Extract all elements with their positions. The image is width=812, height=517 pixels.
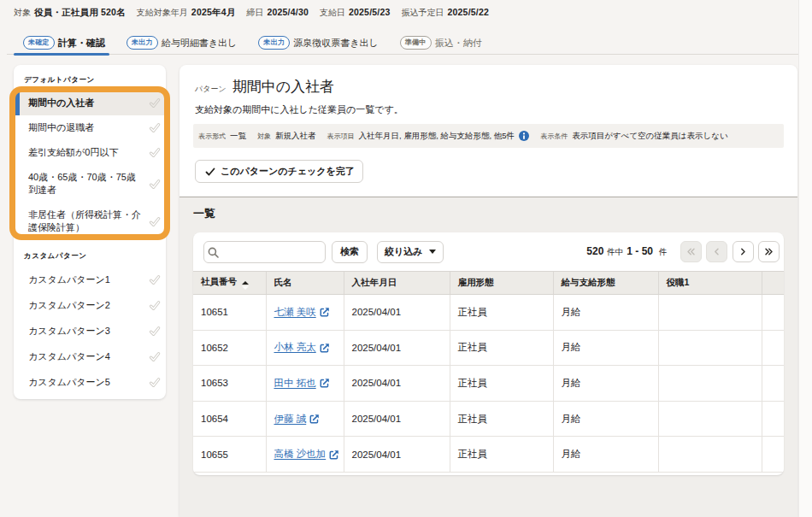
sidebar-item-差引支給額が0円以下[interactable]: 差引支給額が0円以下 [14, 140, 166, 165]
count-total: 520 [586, 245, 603, 257]
employee-link[interactable]: 田中 拓也 [274, 377, 330, 390]
custom-pattern-group-label: カスタムパターン [14, 244, 166, 267]
meta-item-label: 支給日 [320, 7, 345, 19]
tab-label: 計算・確認 [58, 37, 105, 50]
pattern-check-icon [149, 122, 161, 133]
employee-name: 伊藤 誠 [274, 413, 307, 426]
pattern-sidebar: デフォルトパターン期間中の入社者 期間中の退職者 差引支給額が0円以下 40歳・… [14, 65, 166, 399]
cell-emp-no: 10654 [193, 401, 266, 437]
column-header-雇用形態[interactable]: 雇用形態 [450, 272, 553, 295]
pattern-check-icon [149, 377, 161, 388]
cell-name: 伊藤 誠 [266, 401, 344, 437]
info-icon[interactable] [519, 131, 529, 141]
cell-extra [762, 437, 784, 473]
column-header-label: 給与支給形態 [562, 277, 615, 287]
list-section: 一覧 検索 絞り込み 520 件中 1 - 50 件 社員番号氏名入社年月日雇用… [179, 197, 797, 517]
employee-name: 七瀬 美咲 [274, 306, 316, 319]
employee-name: 小林 亮太 [274, 341, 316, 354]
complete-pattern-check-button[interactable]: このパターンのチェックを完了 [195, 160, 363, 183]
cell-extra [762, 295, 784, 331]
list-section-title: 一覧 [179, 197, 797, 221]
search-input[interactable] [203, 241, 326, 263]
cell-pay-type: 月給 [553, 366, 658, 402]
cell-pay-type: 月給 [553, 437, 658, 473]
cell-employment: 正社員 [450, 366, 553, 402]
count-total-unit: 件中 [607, 247, 623, 258]
tab-給与明細書き出し[interactable]: 未出力給与明細書き出し [117, 24, 241, 55]
table-row: 10655高橋 沙也加 2025/04/01正社員月給 [193, 437, 784, 473]
pattern-check-icon [149, 97, 161, 109]
cell-emp-no: 10652 [193, 330, 266, 366]
pattern-check-icon [149, 351, 161, 362]
employee-link[interactable]: 伊藤 誠 [274, 413, 321, 426]
meta-item: 支給対象年月2025年4月 [137, 7, 236, 19]
filter-button[interactable]: 絞り込み [377, 241, 444, 263]
pattern-meta-item: 対象新規入社者 [257, 131, 316, 142]
cell-hire-date: 2025/04/01 [344, 330, 450, 366]
pattern-meta-label: 表示条件 [540, 132, 568, 141]
cell-employment: 正社員 [450, 330, 553, 366]
external-link-icon [320, 378, 330, 388]
pattern-check-icon [149, 274, 161, 285]
next-page-button[interactable] [733, 241, 754, 262]
sidebar-item-カスタムパターン2[interactable]: カスタムパターン2 [14, 292, 166, 318]
tab-計算・確認[interactable]: 未確定計算・確認 [14, 24, 109, 55]
external-link-icon [329, 449, 339, 460]
page-scrollbar-track[interactable] [798, 0, 812, 517]
column-header-社員番号[interactable]: 社員番号 [193, 272, 266, 295]
pattern-check-icon [149, 326, 161, 337]
sidebar-item-カスタムパターン5[interactable]: カスタムパターン5 [14, 369, 166, 395]
meta-item-value: 役員・正社員用 520名 [34, 7, 126, 19]
pagination [680, 241, 780, 262]
pattern-panel: パターン 期間中の入社者 支給対象の期間中に入社した従業員の一覧です。 表示形式… [179, 65, 797, 517]
sidebar-item-カスタムパターン3[interactable]: カスタムパターン3 [14, 318, 166, 344]
column-header-入社年月日[interactable]: 入社年月日 [344, 272, 450, 295]
sidebar-item-期間中の入社者[interactable]: 期間中の入社者 [14, 91, 166, 115]
cell-extra [762, 401, 784, 437]
tab-status-badge: 未出力 [258, 36, 290, 49]
employee-link[interactable]: 七瀬 美咲 [274, 306, 330, 319]
cell-role1 [658, 366, 762, 402]
table-header-row: 社員番号氏名入社年月日雇用形態給与支給形態役職1 [193, 272, 784, 295]
external-link-icon [309, 414, 320, 424]
sidebar-item-期間中の退職者[interactable]: 期間中の退職者 [14, 115, 166, 140]
table-row: 10653田中 拓也 2025/04/01正社員月給 [193, 366, 784, 402]
tab-label: 振込・納付 [435, 37, 482, 50]
pattern-check-icon [149, 147, 161, 158]
employee-link[interactable]: 高橋 沙也加 [274, 448, 340, 461]
sidebar-item-label: 40歳・65歳・70歳・75歳到達者 [28, 171, 143, 197]
default-pattern-group-label: デフォルトパターン [14, 68, 166, 91]
cell-role1 [658, 401, 762, 437]
caret-down-icon [429, 250, 436, 254]
count-range-unit: 件 [659, 247, 668, 258]
sidebar-item-40歳・65歳・70歳・75歳到達者[interactable]: 40歳・65歳・70歳・75歳到達者 [14, 165, 166, 203]
column-header-役職1[interactable]: 役職1 [658, 272, 762, 295]
cell-hire-date: 2025/04/01 [344, 366, 450, 402]
column-header-extra [762, 272, 784, 295]
column-header-給与支給形態[interactable]: 給与支給形態 [553, 272, 658, 295]
employee-link[interactable]: 小林 亮太 [274, 341, 330, 354]
tab-振込・納付[interactable]: 準備中振込・納付 [391, 24, 486, 55]
meta-item-label: 支給対象年月 [137, 7, 188, 19]
column-header-氏名[interactable]: 氏名 [266, 272, 344, 295]
tab-源泉徴収票書き出し[interactable]: 未出力源泉徴収票書き出し [249, 24, 382, 55]
meta-item-label: 対象 [14, 7, 31, 19]
column-header-label: 役職1 [667, 277, 690, 287]
meta-item: 締日2025/4/30 [246, 7, 309, 19]
sidebar-item-非居住者（所得税計算・介護保険計算）[interactable]: 非居住者（所得税計算・介護保険計算） [14, 203, 166, 240]
sort-desc-icon [242, 286, 249, 290]
search-button[interactable]: 検索 [332, 241, 368, 263]
sidebar-item-カスタムパターン4[interactable]: カスタムパターン4 [14, 344, 166, 369]
sidebar-item-カスタムパターン1[interactable]: カスタムパターン1 [14, 267, 166, 292]
payroll-meta-bar: 対象役員・正社員用 520名支給対象年月2025年4月締日2025/4/30支給… [14, 7, 489, 19]
tab-status-badge: 準備中 [400, 36, 432, 49]
column-header-label: 氏名 [274, 277, 292, 287]
cell-employment: 正社員 [450, 295, 553, 331]
pattern-meta-label: 表示項目 [327, 132, 355, 141]
pattern-check-icon [149, 179, 161, 190]
sidebar-item-label: カスタムパターン2 [28, 299, 143, 312]
last-page-button[interactable] [758, 241, 780, 262]
meta-item-label: 振込予定日 [401, 7, 444, 19]
pattern-meta-value: 一覧 [230, 131, 246, 142]
sidebar-item-label: 差引支給額が0円以下 [28, 146, 143, 159]
